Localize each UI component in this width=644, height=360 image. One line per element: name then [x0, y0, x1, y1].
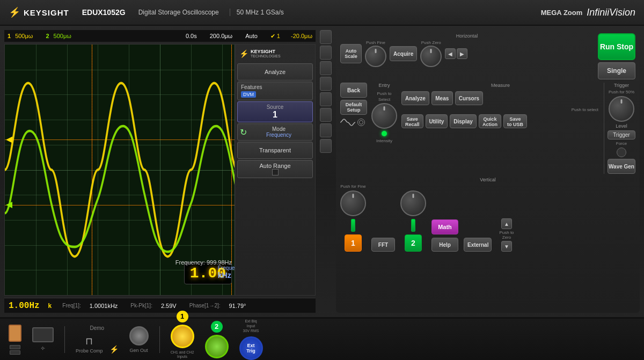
- softmenu-analyze[interactable]: Analyze: [237, 63, 313, 80]
- separator-2: [159, 326, 160, 353]
- infiniivision-text: InfiniiVision: [587, 7, 635, 18]
- softmenu-source[interactable]: Source 1: [237, 101, 313, 122]
- refresh-icon: ↻: [240, 127, 247, 137]
- level-label: Level: [616, 123, 627, 129]
- waveform-ref-circle: [357, 119, 365, 126]
- back-button[interactable]: Back: [340, 83, 367, 98]
- power-button[interactable]: [9, 325, 21, 342]
- fft-button[interactable]: FFT: [371, 238, 395, 252]
- ch2-bnc[interactable]: [205, 335, 229, 358]
- ch1-badge: 1: [177, 311, 188, 322]
- save-recall-button[interactable]: Save Recall: [401, 114, 423, 128]
- push-zero-label: Push Zero: [421, 40, 441, 45]
- dvm-badge: DVM: [241, 91, 256, 98]
- ext-trig-bnc[interactable]: ExtTrig: [239, 336, 263, 360]
- nav-right-button[interactable]: ▶: [457, 48, 467, 59]
- measurement-bar: 1.00Hz k Freq[1]: 1.0001kHz Pk-Pk[1]: 2.…: [4, 298, 316, 313]
- external-button[interactable]: External: [464, 238, 492, 252]
- ch1-bnc[interactable]: [171, 325, 194, 348]
- run-stop-button[interactable]: Run Stop: [598, 33, 635, 60]
- softmenu-features[interactable]: Features DVM: [237, 82, 313, 100]
- probe-comp-tip: ⚡: [109, 345, 119, 354]
- softkey-2[interactable]: [320, 46, 332, 60]
- force-button[interactable]: [617, 148, 626, 157]
- oscilloscope-unit: ⚡ KEYSIGHT EDUX1052G Digital Storage Osc…: [0, 0, 644, 360]
- wave-gen-button[interactable]: Wave Gen: [608, 159, 635, 174]
- auto-scale-button[interactable]: Auto Scale: [340, 44, 362, 63]
- meas-freq-unit: k: [48, 302, 52, 310]
- help-button[interactable]: Help: [431, 238, 458, 252]
- ext-trig-connector-area: Ext BiqInput30V RMS ExtTrig: [239, 319, 263, 360]
- default-setup-button[interactable]: Default Setup: [340, 100, 367, 115]
- ch1-button[interactable]: 1: [345, 234, 362, 252]
- ch1-position-slider[interactable]: [351, 219, 355, 232]
- ch2-position-slider[interactable]: [411, 219, 415, 232]
- vert-up-button[interactable]: ▲: [501, 218, 512, 229]
- oscilloscope-screen[interactable]: 1.00 Frequency kHz Frequency: 999.98Hz ⚡: [4, 44, 316, 296]
- top-bar: ⚡ KEYSIGHT EDUX1052G Digital Storage Osc…: [0, 0, 644, 26]
- ch1-volts-knob[interactable]: [340, 190, 366, 216]
- entry-section-label: Entry: [371, 83, 397, 88]
- gen-out-bnc[interactable]: [129, 326, 149, 346]
- softmenu-logo: ⚡ KEYSIGHT TECHNOLOGIES: [237, 47, 313, 60]
- model-description: Digital Storage Oscilloscope: [138, 9, 219, 16]
- freq-readout-screen: Frequency: 999.98Hz: [175, 259, 232, 266]
- demo-label: Demo: [90, 325, 104, 331]
- softmenu-logo-icon: ⚡: [239, 49, 248, 58]
- waveform-icon: [340, 118, 356, 127]
- ch2-volts-knob[interactable]: [400, 190, 426, 216]
- meas-button[interactable]: Meas: [431, 91, 453, 105]
- time-position: 0.0s: [186, 33, 197, 39]
- dvm-unit-bot: kHz: [218, 271, 231, 280]
- horizontal-scale-knob[interactable]: [365, 46, 386, 67]
- single-button[interactable]: Single: [598, 62, 635, 79]
- display-button[interactable]: Display: [450, 114, 477, 128]
- vert-down-button[interactable]: ▼: [501, 241, 512, 252]
- softmenu-transparent[interactable]: Transparent: [237, 142, 313, 159]
- softmenu-mode[interactable]: ↻ Mode Frequency: [237, 123, 313, 141]
- analyze-button[interactable]: Analyze: [401, 91, 429, 105]
- softmenu-auto-range[interactable]: Auto Range: [237, 160, 313, 178]
- ch1-vertical-controls: Push for Fine 1: [340, 184, 366, 252]
- nav-left-button[interactable]: ◀: [445, 48, 456, 59]
- trigger-level-knob[interactable]: [609, 96, 634, 122]
- screen-panel: 1 500μω 2 500μω 0.0s 200.0μω Auto ✔ 1 -2…: [4, 30, 316, 313]
- probe-comp-waveform: ⊓: [85, 335, 93, 347]
- push-fine-v1-label: Push for Fine: [340, 184, 366, 189]
- trigger-button[interactable]: Trigger: [608, 130, 635, 139]
- panel-btn-2[interactable]: [10, 350, 20, 355]
- cursors-button[interactable]: Cursors: [455, 91, 483, 105]
- horizontal-position-knob[interactable]: [420, 46, 442, 67]
- quick-action-button[interactable]: Quick Action: [479, 114, 501, 128]
- usb-port[interactable]: [32, 327, 54, 342]
- softkey-1[interactable]: [320, 30, 332, 44]
- save-usb-button[interactable]: Save to USB: [503, 114, 527, 128]
- softmenu-panel: ⚡ KEYSIGHT TECHNOLOGIES Analyze Features: [235, 45, 315, 295]
- nav-arrows: ◀ ▶: [445, 48, 467, 59]
- softkey-4[interactable]: [320, 77, 332, 91]
- auto-range-checkbox[interactable]: [272, 169, 279, 175]
- separator-1: [64, 326, 65, 353]
- freq-spec: 50 MHz 1 GSa/s: [230, 9, 284, 16]
- softkey-3[interactable]: [320, 61, 332, 75]
- meas-phase-val: 91.79°: [229, 303, 246, 309]
- mega-zoom-branding: MEGA Zoom InfiniiVision: [541, 7, 635, 18]
- acquire-button[interactable]: Acquire: [390, 46, 417, 61]
- softkey-8[interactable]: [320, 139, 332, 153]
- meas-freq-label: Freq[1]:: [62, 303, 80, 308]
- math-button[interactable]: Math: [431, 219, 458, 234]
- softkey-6[interactable]: [320, 108, 332, 122]
- megazoom-text: MEGA Zoom: [541, 9, 583, 17]
- vertical-section-label: Vertical: [340, 177, 635, 182]
- gen-out-label: Gen Out: [130, 348, 148, 353]
- ch2-button[interactable]: 2: [405, 234, 422, 252]
- trigger-section: Trigger Push for 50% Level Trigger Force…: [604, 83, 635, 174]
- push-to-select-right-label: Push to select: [401, 107, 599, 112]
- meas-pkpk-val: 2.59V: [161, 303, 177, 309]
- panel-btn-1[interactable]: [10, 345, 20, 349]
- entry-knob[interactable]: [371, 103, 397, 129]
- utility-button[interactable]: Utility: [426, 114, 448, 128]
- ch1-label: 1: [8, 33, 11, 39]
- softkey-7[interactable]: [320, 123, 332, 137]
- softkey-5[interactable]: [320, 92, 332, 106]
